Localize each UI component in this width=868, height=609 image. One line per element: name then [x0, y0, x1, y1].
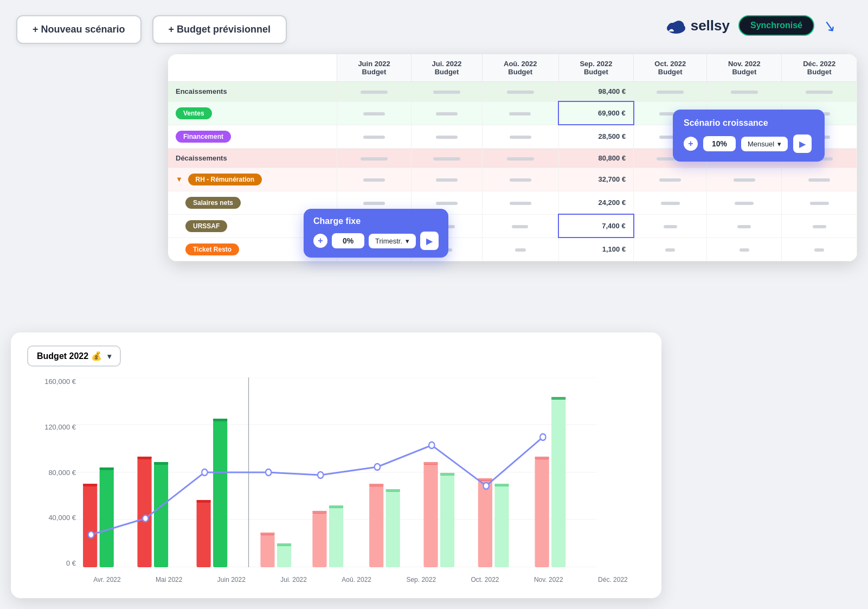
rh-bar-dec [782, 168, 857, 191]
svg-point-47 [88, 531, 94, 538]
top-buttons: + Nouveau scénario + Budget prévisionnel [16, 15, 287, 44]
ventes-amount-sep: 69,900 € [558, 101, 634, 125]
enc-bar-dec [782, 82, 857, 102]
chart-area: 160,000 € 120,000 € 80,000 € 40,000 € 0 … [27, 377, 645, 584]
chart-content: Avr. 2022 Mai 2022 Juin 2022 Jui. 2022 A… [76, 377, 645, 584]
rh-bar-jul [412, 168, 483, 191]
charge-period-label: Trimestr. [375, 237, 402, 245]
dec-bar-jul [412, 148, 483, 168]
y-label-0: 0 € [66, 559, 76, 567]
urssaf-bar-aug [482, 214, 558, 238]
enc-amount-sep: 98,400 € [558, 82, 634, 102]
arrow-down-icon: ↘ [821, 16, 837, 35]
col-aug-month: Aoû. 2022 [490, 60, 551, 68]
decaissements-label: Décaissements [168, 148, 337, 168]
enc-bar-jul [412, 82, 483, 102]
rh-amount-sep: 32,700 € [558, 168, 634, 191]
x-label-jun: Juin 2022 [217, 576, 246, 584]
charge-period-dropdown[interactable]: Trimestr. ▾ [369, 234, 416, 248]
y-label-80: 80,000 € [48, 469, 76, 477]
budget-previsionnel-button[interactable]: + Budget prévisionnel [152, 15, 287, 44]
charge-percent-input[interactable]: 0% [332, 233, 364, 248]
budget-selector[interactable]: Budget 2022 💰 ▾ [27, 345, 121, 367]
fin-bar-aug [482, 125, 558, 148]
fin-bar-jul [412, 125, 483, 148]
sal-bar-aug [482, 191, 558, 214]
line-chart [76, 377, 596, 567]
urssaf-bar-nov [707, 214, 782, 238]
x-label-sep: Sep. 2022 [406, 576, 436, 584]
col-jul-month: Jui. 2022 [419, 60, 474, 68]
chart-header: Budget 2022 💰 ▾ [27, 345, 645, 367]
ventes-bar-jun [337, 101, 411, 125]
col-jul-type: Budget [419, 68, 474, 76]
ventes-tag: Ventes [176, 107, 212, 119]
svg-point-55 [540, 434, 545, 440]
scenario-period-label: Mensuel [748, 140, 774, 148]
scenario-popup-title: Scénario croissance [684, 118, 814, 128]
col-sep-month: Sep. 2022 [567, 60, 626, 68]
urssaf-bar-oct [634, 214, 707, 238]
rh-label: ▼ RH - Rémunération [168, 168, 337, 191]
sync-badge: Synchronisé [738, 15, 814, 36]
fin-bar-jun [337, 125, 411, 148]
x-label-nov: Nov. 2022 [534, 576, 563, 584]
x-label-avr: Avr. 2022 [93, 576, 120, 584]
urssaf-amount-sep: 7,400 € [558, 214, 634, 238]
urssaf-bar-dec [782, 214, 857, 238]
dec-bar-jun [337, 148, 411, 168]
charge-play-button[interactable]: ▶ [420, 232, 439, 250]
sellsy-logo: ☁ sellsy [666, 17, 730, 34]
rh-bar-oct [634, 168, 707, 191]
svg-text:☁: ☁ [668, 26, 674, 33]
chevron-down-icon: ▾ [777, 140, 781, 148]
charge-popup-controls: + 0% Trimestr. ▾ ▶ [313, 232, 439, 250]
svg-point-51 [318, 472, 323, 478]
financement-label: Financement [168, 125, 337, 148]
sal-bar-dec [782, 191, 857, 214]
expand-icon: ▼ [176, 175, 183, 183]
ventes-label: Ventes [168, 101, 337, 125]
enc-bar-aug [482, 82, 558, 102]
y-label-120: 120,000 € [44, 423, 76, 431]
scenario-popup-controls: + 10% Mensuel ▾ ▶ [684, 134, 814, 153]
scenario-percent-input[interactable]: 10% [703, 136, 736, 151]
col-jun-month: Juin 2022 [345, 60, 403, 68]
sellsy-cloud-icon: ☁ [666, 17, 686, 34]
col-aug-type: Budget [490, 68, 551, 76]
scenario-period-dropdown[interactable]: Mensuel ▾ [741, 137, 788, 151]
col-jun-type: Budget [345, 68, 403, 76]
scenario-plus-badge: + [684, 137, 698, 151]
dec-amount-sep: 80,800 € [558, 148, 634, 168]
x-label-oct: Oct. 2022 [471, 576, 499, 584]
charge-plus-badge: + [313, 234, 327, 248]
sellsy-logo-text: sellsy [691, 17, 730, 34]
ticket-bar-oct [634, 238, 707, 261]
financement-tag: Financement [176, 131, 231, 143]
rh-bar-aug [482, 168, 558, 191]
ventes-bar-aug [482, 101, 558, 125]
x-label-aug: Aoû. 2022 [342, 576, 371, 584]
x-label-jul: Jui. 2022 [280, 576, 307, 584]
scenario-play-button[interactable]: ▶ [793, 134, 812, 153]
ticket-bar-dec [782, 238, 857, 261]
col-sep-type: Budget [567, 68, 626, 76]
ticket-bar-nov [707, 238, 782, 261]
rh-bar-nov [707, 168, 782, 191]
charge-chevron-icon: ▾ [406, 237, 409, 245]
ticket-amount-sep: 1,100 € [558, 238, 634, 261]
encaissements-label: Encaissements [168, 82, 337, 102]
rh-bar-jun [337, 168, 411, 191]
col-nov-type: Budget [715, 68, 774, 76]
x-label-dec: Déc. 2022 [598, 576, 628, 584]
nouveau-scenario-button[interactable]: + Nouveau scénario [16, 15, 142, 44]
rh-tag: RH - Rémunération [188, 174, 262, 185]
col-oct-type: Budget [641, 68, 699, 76]
svg-point-52 [375, 464, 380, 470]
enc-bar-nov [707, 82, 782, 102]
x-axis: Avr. 2022 Mai 2022 Juin 2022 Jui. 2022 A… [76, 576, 645, 584]
svg-point-54 [483, 483, 488, 489]
enc-bar-jun [337, 82, 411, 102]
col-nov-month: Nov. 2022 [715, 60, 774, 68]
col-oct-month: Oct. 2022 [641, 60, 699, 68]
